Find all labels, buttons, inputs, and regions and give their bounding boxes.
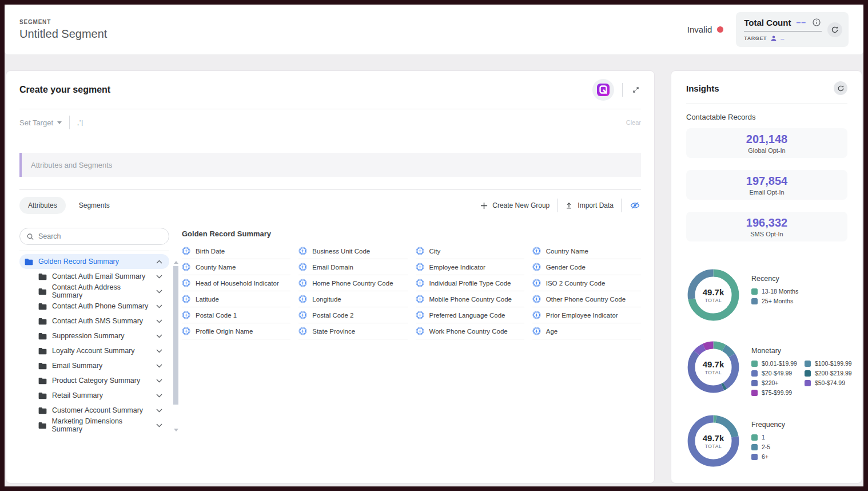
attribute-item[interactable]: Mobile Phone Country Code <box>416 291 524 307</box>
attribute-item[interactable]: Longitude <box>298 291 407 307</box>
attribute-item[interactable]: Home Phone Country Code <box>298 275 407 291</box>
legend-label: $0.01-$19.99 <box>762 360 797 367</box>
attribute-item[interactable]: ISO 2 Country Code <box>532 275 641 291</box>
folder-icon <box>38 303 47 310</box>
target-line: TARGET – <box>744 35 822 42</box>
attribute-item[interactable]: Other Phone Country Code <box>532 291 641 307</box>
attribute-item[interactable]: Country Name <box>532 243 641 259</box>
donut-chart-frequency: 49.7kTOTALFrequency12-56+ <box>686 414 847 468</box>
stat-card: 196,332SMS Opt-In <box>686 212 847 241</box>
legend-item: $200-$219.99 <box>805 370 852 377</box>
chevron-up-icon <box>156 260 162 264</box>
stat-value: 196,332 <box>746 216 787 229</box>
attribute-item[interactable]: Profile Origin Name <box>182 323 290 339</box>
tree-item[interactable]: Suppression Summary <box>19 328 169 343</box>
tree-item[interactable]: Contact Auth SMS Summary <box>19 314 169 328</box>
folder-icon <box>38 347 47 355</box>
attribute-label: Postal Code 2 <box>312 312 353 319</box>
tree-item[interactable]: Customer Account Summary <box>19 403 169 418</box>
attribute-item[interactable]: Individual Profile Type Code <box>416 275 524 291</box>
tree-item[interactable]: Loyalty Account Summary <box>19 343 169 358</box>
scroll-up-arrow-icon[interactable] <box>174 261 178 264</box>
attribute-item[interactable]: Work Phone Country Code <box>416 323 524 339</box>
tree-item-label: Contact Auth SMS Summary <box>52 317 143 325</box>
attribute-item[interactable]: Gender Code <box>532 259 641 275</box>
add-attribute-icon <box>532 311 541 319</box>
expand-icon[interactable] <box>631 85 641 95</box>
attribute-item[interactable]: Business Unit Code <box>298 243 407 259</box>
dropzone-placeholder: Attributes and Segments <box>31 161 112 169</box>
attribute-item[interactable]: Postal Code 1 <box>182 307 290 323</box>
tree-item[interactable]: Contact Auth Address Summary <box>19 284 169 299</box>
tab-segments[interactable]: Segments <box>70 197 118 214</box>
tree-item[interactable]: Product Category Summary <box>19 373 169 388</box>
attribute-item[interactable]: Head of Household Indicator <box>182 275 290 291</box>
attribute-item[interactable]: Birth Date <box>182 243 290 259</box>
tree-item[interactable]: Marketing Dimensions Summary <box>19 418 169 433</box>
attribute-item[interactable]: Age <box>532 323 641 339</box>
scrollbar-thumb[interactable] <box>173 266 178 405</box>
set-target-dropdown[interactable]: Set Target <box>19 118 62 127</box>
folder-icon <box>38 422 46 429</box>
attribute-item[interactable]: County Name <box>182 259 290 275</box>
legend-label: 1 <box>762 434 765 441</box>
assistant-logo-icon[interactable] <box>592 79 614 101</box>
tree-item[interactable]: Contact Auth Phone Summary <box>19 299 169 314</box>
tree-item[interactable]: Golden Record Summary <box>19 254 169 269</box>
divider <box>19 189 641 190</box>
segment-eyebrow: SEGMENT <box>19 19 107 25</box>
attribute-item[interactable]: Email Domain <box>298 259 407 275</box>
segment-builder-card: Create your segment <box>6 70 655 484</box>
tree-item[interactable]: Retail Summary <box>19 388 169 403</box>
tree-scrollbar[interactable] <box>173 261 178 433</box>
attribute-item[interactable]: Employee Indicator <box>416 259 524 275</box>
scroll-down-arrow-icon[interactable] <box>174 429 178 431</box>
search-input[interactable] <box>38 232 162 240</box>
attribute-item[interactable]: Postal Code 2 <box>298 307 407 323</box>
refresh-insights-button[interactable] <box>834 81 847 95</box>
create-new-group-button[interactable]: Create New Group <box>480 201 550 209</box>
search-icon <box>27 233 34 240</box>
tab-attributes[interactable]: Attributes <box>19 197 66 214</box>
divider <box>622 83 623 97</box>
attribute-item[interactable]: City <box>416 243 524 259</box>
attribute-label: Individual Profile Type Code <box>429 280 511 287</box>
builder-header-tools <box>592 79 641 101</box>
insert-cursor-icon: ,'| <box>77 119 83 126</box>
tree-item[interactable]: Email Summary <box>19 358 169 373</box>
legend-item: 1 <box>751 434 770 441</box>
attribute-group-title: Golden Record Summary <box>182 229 641 238</box>
insight-charts: 49.7kTOTALRecency13-18 Months25+ Months4… <box>686 268 847 468</box>
legend-swatch-icon <box>751 380 758 386</box>
stat-label: Global Opt-In <box>748 147 785 154</box>
refresh-count-button[interactable] <box>827 22 842 37</box>
attribute-item[interactable]: Latitude <box>182 291 290 307</box>
clear-button[interactable]: Clear <box>626 119 641 126</box>
info-icon[interactable] <box>811 17 822 27</box>
chevron-down-icon <box>156 275 162 279</box>
status-label: Invalid <box>687 25 712 34</box>
attribute-item[interactable]: Preferred Language Code <box>416 307 524 323</box>
add-attribute-icon <box>416 295 424 303</box>
legend-swatch-icon <box>751 370 758 377</box>
segment-dropzone[interactable]: Attributes and Segments <box>19 153 641 177</box>
add-attribute-icon <box>416 263 424 271</box>
attribute-item[interactable]: State Province <box>298 323 407 339</box>
attribute-label: City <box>429 248 441 255</box>
import-data-button[interactable]: Import Data <box>565 201 614 209</box>
folder-icon <box>38 273 47 280</box>
tree-item[interactable]: Contact Auth Email Summary <box>19 269 169 284</box>
attribute-label: Country Name <box>546 248 588 255</box>
hide-counts-eye-icon[interactable] <box>629 200 641 211</box>
attribute-label: Preferred Language Code <box>429 312 505 319</box>
legend-item: $220+ <box>751 379 797 386</box>
add-attribute-icon <box>532 279 541 287</box>
divider <box>69 116 70 129</box>
legend-label: $100-$199.99 <box>815 360 852 367</box>
legend-label: $220+ <box>762 379 779 386</box>
attribute-label: Longitude <box>312 296 341 303</box>
attribute-item[interactable]: Prior Employee Indicator <box>532 307 641 323</box>
stat-card: 201,148Global Opt-In <box>686 128 847 158</box>
attribute-tree: Golden Record SummaryContact Auth Email … <box>19 254 169 433</box>
legend-swatch-icon <box>751 444 758 450</box>
